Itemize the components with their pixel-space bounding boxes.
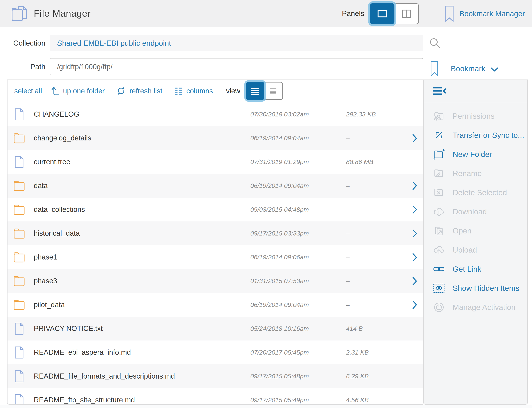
file-row[interactable]: data 06/19/2014 09:04am – bbox=[8, 174, 423, 198]
file-row[interactable]: README_ftp_site_structure.md 09/17/2015 … bbox=[8, 388, 423, 405]
sidebar-item-label: New Folder bbox=[453, 150, 492, 159]
file-manager-icon bbox=[10, 5, 29, 23]
file-row[interactable]: README_ebi_aspera_info.md 07/20/2017 05:… bbox=[8, 340, 423, 364]
file-size: – bbox=[346, 135, 406, 142]
bookmark-dropdown[interactable]: Bookmark bbox=[430, 60, 499, 77]
file-date: 06/19/2014 09:04am bbox=[250, 301, 346, 308]
file-row[interactable]: PRIVACY-NOTICE.txt 05/24/2018 10:16am 41… bbox=[8, 317, 423, 340]
file-icon bbox=[14, 394, 24, 405]
chevron-right-icon[interactable] bbox=[406, 229, 423, 238]
sidebar-item[interactable]: Permissions bbox=[424, 107, 527, 126]
condensed-view-button[interactable] bbox=[264, 82, 283, 100]
chevron-right-icon[interactable] bbox=[406, 182, 423, 190]
chevron-right-icon[interactable] bbox=[406, 253, 423, 261]
chevron-right-icon[interactable] bbox=[406, 205, 423, 214]
file-row[interactable]: data_collections 09/03/2015 04:48pm – bbox=[8, 198, 423, 221]
upload-icon bbox=[432, 244, 446, 256]
chevron-right-icon[interactable] bbox=[406, 277, 423, 285]
file-date: 09/17/2015 03:33pm bbox=[250, 230, 346, 237]
file-name: README_ftp_site_structure.md bbox=[34, 396, 250, 404]
panels-label: Panels bbox=[342, 0, 364, 27]
sidebar-item-label: Permissions bbox=[453, 112, 495, 120]
path-label: Path bbox=[0, 58, 45, 75]
file-name: CHANGELOG bbox=[34, 110, 250, 118]
action-sidebar: Permissions Transfer or Sync to... New F… bbox=[423, 79, 528, 405]
file-date: 07/31/2019 01:29pm bbox=[250, 158, 346, 166]
sidebar-item[interactable]: Delete Selected bbox=[424, 183, 527, 202]
file-name: PRIVACY-NOTICE.txt bbox=[34, 324, 250, 333]
file-row[interactable]: phase3 01/31/2015 07:53am – bbox=[8, 269, 423, 293]
sidebar-item[interactable]: Download bbox=[424, 202, 527, 221]
sidebar-item[interactable]: Open bbox=[424, 221, 527, 240]
file-row[interactable]: CHANGELOG 07/30/2019 03:02am 292.33 KB bbox=[8, 102, 423, 126]
folder-icon bbox=[13, 299, 25, 311]
single-panel-button[interactable] bbox=[370, 3, 394, 24]
chevron-right-icon[interactable] bbox=[406, 301, 423, 309]
dual-panel-button[interactable] bbox=[394, 3, 419, 24]
folder-icon bbox=[13, 204, 25, 215]
file-row[interactable]: phase1 06/19/2014 09:06am – bbox=[8, 245, 423, 269]
file-row[interactable]: changelog_details 06/19/2014 09:04am – bbox=[8, 126, 423, 150]
file-row[interactable]: historical_data 09/17/2015 03:33pm – bbox=[8, 221, 423, 245]
sidebar-item[interactable]: New Folder bbox=[424, 145, 527, 164]
file-row[interactable]: pilot_data 06/19/2014 09:04am – bbox=[8, 293, 423, 317]
search-icon[interactable] bbox=[429, 37, 441, 50]
sidebar-item-label: Download bbox=[453, 207, 487, 216]
sidebar-item[interactable]: Upload bbox=[424, 240, 527, 260]
up-one-folder-button[interactable]: up one folder bbox=[52, 86, 105, 96]
list-view-button[interactable] bbox=[246, 82, 264, 100]
chevron-right-icon[interactable] bbox=[406, 134, 423, 142]
view-toggle bbox=[246, 82, 283, 100]
page-title: File Manager bbox=[34, 0, 91, 27]
rename-icon bbox=[432, 167, 446, 180]
file-name: phase1 bbox=[34, 253, 250, 261]
path-input[interactable]: /gridftp/1000g/ftp/ bbox=[50, 58, 423, 75]
file-size: 292.33 KB bbox=[346, 111, 406, 118]
sidebar-item[interactable]: Show Hidden Items bbox=[424, 279, 527, 298]
collection-field[interactable]: Shared EMBL-EBI public endpoint bbox=[50, 35, 423, 51]
bookmark-manager-button[interactable]: Bookmark Manager bbox=[445, 0, 525, 27]
file-date: 05/24/2018 10:16am bbox=[250, 325, 346, 332]
bookmark-manager-label: Bookmark Manager bbox=[459, 9, 525, 18]
file-size: – bbox=[346, 277, 406, 285]
file-date: 07/20/2017 05:45pm bbox=[250, 349, 346, 356]
delete-icon bbox=[432, 186, 446, 199]
file-date: 06/19/2014 09:04am bbox=[250, 182, 346, 189]
file-size: – bbox=[346, 254, 406, 261]
file-icon bbox=[14, 346, 24, 359]
folder-icon bbox=[13, 180, 25, 192]
file-name: pilot_data bbox=[34, 301, 250, 309]
path-value: /gridftp/1000g/ftp/ bbox=[57, 63, 113, 71]
sidebar-item[interactable]: Rename bbox=[424, 164, 527, 183]
view-label: view bbox=[226, 87, 240, 95]
show-hidden-icon bbox=[432, 282, 446, 294]
bookmark-icon bbox=[430, 60, 438, 77]
sidebar-item-label: Delete Selected bbox=[453, 188, 507, 197]
collapse-panel-icon[interactable] bbox=[432, 86, 447, 96]
file-row[interactable]: current.tree 07/31/2019 01:29pm 88.86 MB bbox=[8, 150, 423, 174]
file-date: 06/19/2014 09:06am bbox=[250, 254, 346, 261]
sidebar-item-label: Transfer or Sync to... bbox=[453, 131, 524, 140]
columns-button[interactable]: columns bbox=[174, 86, 213, 96]
sidebar-item[interactable]: Get Link bbox=[424, 260, 527, 279]
file-row[interactable]: README_file_formats_and_descriptions.md … bbox=[8, 364, 423, 388]
refresh-list-button[interactable]: refresh list bbox=[116, 86, 162, 96]
sidebar-item[interactable]: Transfer or Sync to... bbox=[424, 126, 527, 145]
select-all-button[interactable]: select all bbox=[14, 87, 42, 95]
sidebar-item[interactable]: Manage Activation bbox=[424, 298, 527, 317]
sidebar-header bbox=[424, 80, 527, 102]
file-size: 88.86 MB bbox=[346, 158, 406, 166]
bookmark-label: Bookmark bbox=[451, 64, 486, 73]
collection-label: Collection bbox=[0, 35, 45, 51]
folder-icon bbox=[13, 228, 25, 239]
page-footer-strip bbox=[0, 405, 532, 408]
download-icon bbox=[432, 205, 446, 218]
file-date: 09/17/2015 05:49pm bbox=[250, 396, 346, 404]
file-icon bbox=[14, 370, 24, 382]
folder-icon bbox=[13, 275, 25, 287]
file-size: 6.29 KB bbox=[346, 373, 406, 380]
folder-icon bbox=[13, 132, 25, 144]
manage-activation-icon bbox=[432, 301, 446, 314]
open-icon bbox=[432, 225, 446, 237]
sidebar-item-label: Manage Activation bbox=[453, 303, 515, 312]
